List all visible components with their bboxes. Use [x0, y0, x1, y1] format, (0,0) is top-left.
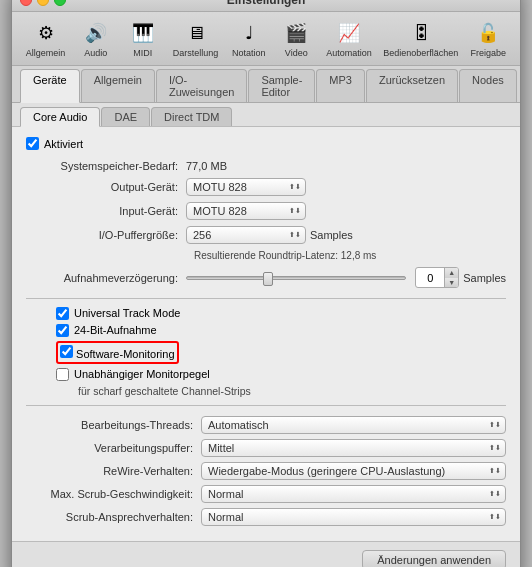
number-arrows: ▲ ▼: [444, 268, 458, 286]
io-puffer-label: I/O-Puffergröße:: [26, 229, 186, 241]
tab-dae[interactable]: DAE: [101, 107, 150, 126]
software-monitoring-row: Software-Monitoring: [56, 341, 506, 364]
number-control: ▲ ▼ Samples: [415, 267, 506, 287]
io-puffer-select[interactable]: 256: [186, 226, 306, 244]
number-up-arrow[interactable]: ▲: [445, 268, 458, 277]
threads-select[interactable]: Automatisch: [201, 416, 506, 434]
title-bar: Einstellungen: [12, 0, 520, 12]
input-select-wrapper: MOTU 828: [186, 202, 306, 220]
bottom-section: Bearbeitungs-Threads: Automatisch Verarb…: [26, 416, 506, 526]
toolbar-freigabe[interactable]: 🔓 Freigabe: [464, 16, 512, 61]
universal-track-label: Universal Track Mode: [74, 307, 180, 319]
bit24-row: 24-Bit-Aufnahme: [56, 324, 506, 337]
close-button[interactable]: [20, 0, 32, 6]
automation-icon: 📈: [335, 19, 363, 47]
maximize-button[interactable]: [54, 0, 66, 6]
main-content: Aktiviert Systemspeicher-Bedarf: 77,0 MB…: [12, 127, 520, 540]
notation-icon: ♩: [235, 19, 263, 47]
output-label: Output-Gerät:: [26, 181, 186, 193]
threads-select-wrapper: Automatisch: [201, 416, 506, 434]
aktiviert-label: Aktiviert: [44, 138, 83, 150]
systemspeicher-label: Systemspeicher-Bedarf:: [26, 160, 186, 172]
midi-icon: 🎹: [129, 19, 157, 47]
latency-text: Resultierende Roundtrip-Latenz: 12,8 ms: [194, 250, 506, 261]
toolbar-allgemein[interactable]: ⚙ Allgemein: [20, 16, 71, 61]
threads-label: Bearbeitungs-Threads:: [26, 419, 201, 431]
tab-sample-editor[interactable]: Sample-Editor: [248, 69, 315, 102]
verarbeitung-select[interactable]: Mittel: [201, 439, 506, 457]
io-puffer-select-wrapper: 256: [186, 226, 306, 244]
toolbar-video[interactable]: 🎬 Video: [274, 16, 319, 61]
tab-core-audio[interactable]: Core Audio: [20, 107, 100, 127]
tab-direct-tdm[interactable]: Direct TDM: [151, 107, 232, 126]
darstellung-icon: 🖥: [182, 19, 210, 47]
aufnahme-label: Aufnahmeverzögerung:: [26, 272, 186, 284]
tab-bar-level2: Core Audio DAE Direct TDM: [12, 103, 520, 127]
software-monitoring-label: Software-Monitoring: [76, 348, 174, 360]
allgemein-icon: ⚙: [32, 19, 60, 47]
output-row: Output-Gerät: MOTU 828: [26, 178, 506, 196]
verarbeitung-select-wrapper: Mittel: [201, 439, 506, 457]
aktiviert-checkbox[interactable]: [26, 137, 39, 150]
tab-mp3[interactable]: MP3: [316, 69, 365, 102]
slider-track[interactable]: [186, 276, 406, 280]
slider-thumb[interactable]: [263, 272, 273, 286]
output-select[interactable]: MOTU 828: [186, 178, 306, 196]
rewire-select[interactable]: Wiedergabe-Modus (geringere CPU-Auslastu…: [201, 462, 506, 480]
aufnahme-number-box: ▲ ▼: [415, 267, 459, 287]
toolbar-automation[interactable]: 📈 Automation: [321, 16, 378, 61]
bit24-checkbox[interactable]: [56, 324, 69, 337]
toolbar-midi[interactable]: 🎹 MIDI: [120, 16, 165, 61]
scrub-verhalten-row: Scrub-Ansprechverhalten: Normal: [26, 508, 506, 526]
rewire-row: ReWire-Verhalten: Wiedergabe-Modus (geri…: [26, 462, 506, 480]
universal-track-checkbox[interactable]: [56, 307, 69, 320]
divider1: [26, 298, 506, 299]
unabhaengig-label: Unabhängiger Monitorpegel: [74, 368, 210, 380]
threads-row: Bearbeitungs-Threads: Automatisch: [26, 416, 506, 434]
verarbeitung-label: Verarbeitungspuffer:: [26, 442, 201, 454]
scrub-verhalten-select[interactable]: Normal: [201, 508, 506, 526]
software-monitoring-highlight: Software-Monitoring: [56, 341, 179, 364]
io-puffer-suffix: Samples: [310, 229, 353, 241]
divider2: [26, 405, 506, 406]
footer: Änderungen anwenden: [12, 541, 520, 567]
verarbeitung-row: Verarbeitungspuffer: Mittel: [26, 439, 506, 457]
toolbar-notation[interactable]: ♩ Notation: [226, 16, 272, 61]
scrub-verhalten-select-wrapper: Normal: [201, 508, 506, 526]
input-select[interactable]: MOTU 828: [186, 202, 306, 220]
io-puffer-row: I/O-Puffergröße: 256 Samples: [26, 226, 506, 244]
unabhaengig-checkbox[interactable]: [56, 368, 69, 381]
scrub-speed-select[interactable]: Normal: [201, 485, 506, 503]
bit24-label: 24-Bit-Aufnahme: [74, 324, 157, 336]
tab-allgemein[interactable]: Allgemein: [81, 69, 155, 102]
input-label: Input-Gerät:: [26, 205, 186, 217]
rewire-select-wrapper: Wiedergabe-Modus (geringere CPU-Auslastu…: [201, 462, 506, 480]
minimize-button[interactable]: [37, 0, 49, 6]
toolbar-darstellung[interactable]: 🖥 Darstellung: [167, 16, 224, 61]
bedienoberflaechen-icon: 🎛: [407, 19, 435, 47]
traffic-lights: [20, 0, 66, 6]
aktiviert-row: Aktiviert: [26, 137, 506, 150]
systemspeicher-value: 77,0 MB: [186, 160, 506, 172]
video-icon: 🎬: [282, 19, 310, 47]
toolbar: ⚙ Allgemein 🔊 Audio 🎹 MIDI 🖥 Darstellung…: [12, 12, 520, 66]
toolbar-bedienoberflaechen[interactable]: 🎛 Bedienoberflächen: [379, 16, 462, 61]
scrub-verhalten-label: Scrub-Ansprechverhalten:: [26, 511, 201, 523]
tab-geraete[interactable]: Geräte: [20, 69, 80, 103]
software-monitoring-checkbox[interactable]: [60, 345, 73, 358]
toolbar-audio[interactable]: 🔊 Audio: [73, 16, 118, 61]
aufnahme-input[interactable]: [416, 271, 444, 285]
tab-bar-level1: Geräte Allgemein I/O-Zuweisungen Sample-…: [12, 66, 520, 103]
number-down-arrow[interactable]: ▼: [445, 278, 458, 287]
rewire-label: ReWire-Verhalten:: [26, 465, 201, 477]
scrub-speed-label: Max. Scrub-Geschwindigkeit:: [26, 488, 201, 500]
slider-container: ▲ ▼ Samples: [186, 267, 506, 287]
settings-window: Einstellungen ⚙ Allgemein 🔊 Audio 🎹 MIDI…: [11, 0, 521, 567]
apply-button[interactable]: Änderungen anwenden: [362, 550, 506, 567]
tab-nodes[interactable]: Nodes: [459, 69, 517, 102]
tab-zuruecksetzen[interactable]: Zurücksetzen: [366, 69, 458, 102]
unabhaengig-row: Unabhängiger Monitorpegel: [56, 368, 506, 381]
tab-io-zuweisungen[interactable]: I/O-Zuweisungen: [156, 69, 247, 102]
aufnahme-row: Aufnahmeverzögerung: ▲ ▼ Samples: [26, 267, 506, 287]
checkbox-section: Universal Track Mode 24-Bit-Aufnahme Sof…: [56, 307, 506, 397]
